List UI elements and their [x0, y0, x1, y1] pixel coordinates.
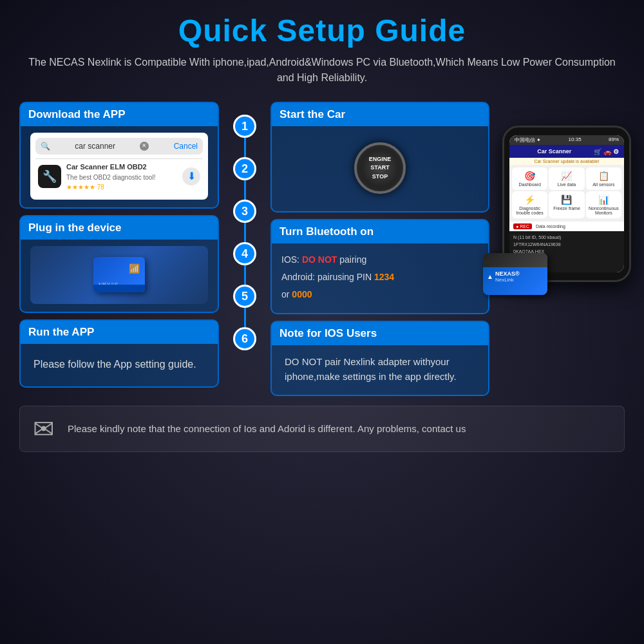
android-or: or: [281, 289, 292, 299]
device-shape-container: 📶 NEXAS: [93, 257, 145, 292]
right-column: Start the Car ENGINE START STOP Turn Blu…: [270, 102, 489, 396]
step-circle-1: 1: [233, 115, 256, 138]
app-icon: 🔧: [38, 165, 61, 188]
phone-grid-sensors: 📋 All sensors: [586, 167, 621, 190]
step1-content: 🔍 car scanner ✕ Cancel 🔧 Car Scanner ELM…: [30, 133, 208, 200]
search-icon: 🔍: [41, 140, 50, 152]
clear-icon: ✕: [140, 142, 149, 151]
sensors-label: All sensors: [588, 182, 620, 187]
steps-center-column: 1 2 3 4 5 6: [225, 102, 264, 396]
step-circle-6: 6: [233, 327, 256, 350]
page-title: Quick Setup Guide: [19, 13, 625, 48]
step4-title: Turn Bluetooth on: [272, 220, 488, 243]
android-pin2-line: or 0000: [281, 288, 478, 301]
phone-grid-freeze: 💾 Freeze frame: [549, 191, 584, 218]
device-shape: 📶 NEXAS: [93, 257, 145, 292]
footer-note: ✉ Please kindly note that the connection…: [19, 406, 625, 452]
android-instruction: Android: pairusing PIN 1234: [281, 270, 478, 284]
engine-line2: START: [370, 164, 389, 173]
step2-box: Start the Car ENGINE START STOP: [270, 102, 489, 213]
android-pin: 1234: [374, 272, 394, 282]
step-num-1: 1: [233, 115, 256, 138]
app-info: Car Scanner ELM OBD2 The best OBD2 diagn…: [66, 162, 177, 192]
livedata-label: Live data: [551, 182, 582, 187]
dashboard-icon: 🎯: [514, 171, 545, 181]
wifi-icon: 📶: [129, 262, 140, 276]
steps-grid: Download the APP 🔍 car scanner ✕ Cancel …: [19, 102, 483, 396]
ios-label: IOS:: [281, 254, 299, 265]
phone-app-name: Car Scanner: [537, 148, 571, 155]
download-button[interactable]: ⬇: [182, 167, 200, 185]
phone-grid-dtc: ⚡ Diagnostic trouble codes: [512, 191, 547, 218]
page-subtitle: The NECAS Nexlink is Compatible With iph…: [19, 55, 625, 86]
search-bar: 🔍 car scanner ✕ Cancel: [35, 138, 203, 155]
step-circle-4: 4: [233, 242, 256, 265]
phone-screen: 中国电信 ✦ 10:35 89% Car Scanner 🛒 🚗 ⚙ Car S…: [509, 135, 624, 272]
phone-grid-dashboard: 🎯 Dashboard: [512, 167, 547, 190]
status-info2: 1FTRX12W64NA19638: [513, 241, 620, 248]
step6-content: DO NOT pair Nexlink adapter withyour iph…: [281, 352, 478, 387]
dtc-icon: ⚡: [514, 194, 545, 205]
connector-2-3: [244, 180, 246, 200]
step3-box: Plug in the device 📶 NEXAS: [19, 215, 219, 313]
cancel-label: Cancel: [174, 140, 198, 152]
obd-black-top: [483, 253, 547, 267]
obd-brand: NEXAS®: [495, 270, 520, 277]
dtc-label: Diagnostic trouble codes: [514, 206, 545, 215]
connector-3-4: [244, 223, 246, 242]
phone-time: 10:35: [569, 137, 582, 144]
step-circle-2: 2: [233, 157, 256, 180]
ios-suffix: pairing: [339, 254, 366, 265]
step4-content: IOS: DO NOT pairing Android: pairusing P…: [281, 250, 478, 301]
android-pin2: 0000: [292, 289, 312, 299]
phone-icons: 🛒 🚗 ⚙: [594, 148, 619, 155]
monitors-icon: 📊: [588, 194, 620, 205]
connector-1-2: [244, 138, 246, 157]
step5-box: Run the APP Please follow the App settin…: [19, 319, 219, 388]
step1-box: Download the APP 🔍 car scanner ✕ Cancel …: [19, 102, 219, 209]
app-desc: The best OBD2 diagnostic tool!: [66, 173, 177, 182]
left-column: Download the APP 🔍 car scanner ✕ Cancel …: [19, 102, 219, 396]
app-result: 🔧 Car Scanner ELM OBD2 The best OBD2 dia…: [35, 158, 203, 194]
android-text: pairusing PIN: [317, 272, 374, 282]
envelope-icon: ✉: [33, 414, 55, 444]
app-name: Car Scanner ELM OBD2: [66, 162, 177, 173]
step3-content: 📶 NEXAS: [30, 246, 208, 304]
obd-triangle-icon: ▲: [487, 273, 493, 280]
phone-grid: 🎯 Dashboard 📈 Live data 📋 All sensors ⚡ …: [509, 165, 624, 221]
search-text: car scanner: [75, 140, 115, 152]
step4-box: Turn Bluetooth on IOS: DO NOT pairing An…: [270, 219, 489, 314]
phone-grid-monitors: 📊 Noncontinuous Monitors: [586, 191, 621, 218]
obd-brand-row: ▲ NEXAS® NexLink: [483, 267, 547, 286]
phone-container: 中国电信 ✦ 10:35 89% Car Scanner 🛒 🚗 ⚙ Car S…: [502, 126, 631, 282]
sensors-icon: 📋: [588, 171, 620, 181]
freeze-icon: 💾: [551, 194, 582, 205]
device-image: 📶 NEXAS: [30, 246, 208, 304]
dashboard-label: Dashboard: [514, 182, 545, 187]
engine-btn-container: ENGINE START STOP: [281, 133, 478, 204]
monitors-label: Noncontinuous Monitors: [588, 206, 620, 215]
status-info1: N (11 bit ID, 500 kbaud): [513, 234, 620, 241]
phone-signal: 中国电信 ✦: [515, 137, 541, 144]
phone-update-bar: Car Scanner update is available!: [509, 158, 624, 165]
ios-instruction: IOS: DO NOT pairing: [281, 253, 478, 267]
step-num-2: 2: [233, 157, 256, 180]
page-content: Quick Setup Guide The NECAS Nexlink is C…: [0, 0, 644, 465]
connector-5-6: [244, 308, 246, 327]
device-base: [93, 285, 145, 292]
obd-body: ▲ NEXAS® NexLink: [483, 253, 547, 295]
rec-badge: ● REC: [513, 223, 532, 229]
freeze-label: Freeze frame: [551, 206, 582, 211]
android-label: Android:: [281, 272, 315, 282]
step-num-4: 4: [233, 242, 256, 265]
phone-grid-livedata: 📈 Live data: [549, 167, 584, 190]
engine-line3: STOP: [372, 173, 388, 182]
ios-do-not: DO NOT: [302, 254, 337, 265]
obd-model: NexLink: [495, 277, 520, 283]
step2-content: ENGINE START STOP: [281, 133, 478, 204]
obd-device: ▲ NEXAS® NexLink: [483, 253, 554, 301]
step2-title: Start the Car: [272, 103, 488, 126]
step-num-3: 3: [233, 200, 256, 223]
step-circle-5: 5: [233, 285, 256, 308]
connector-4-5: [244, 265, 246, 285]
